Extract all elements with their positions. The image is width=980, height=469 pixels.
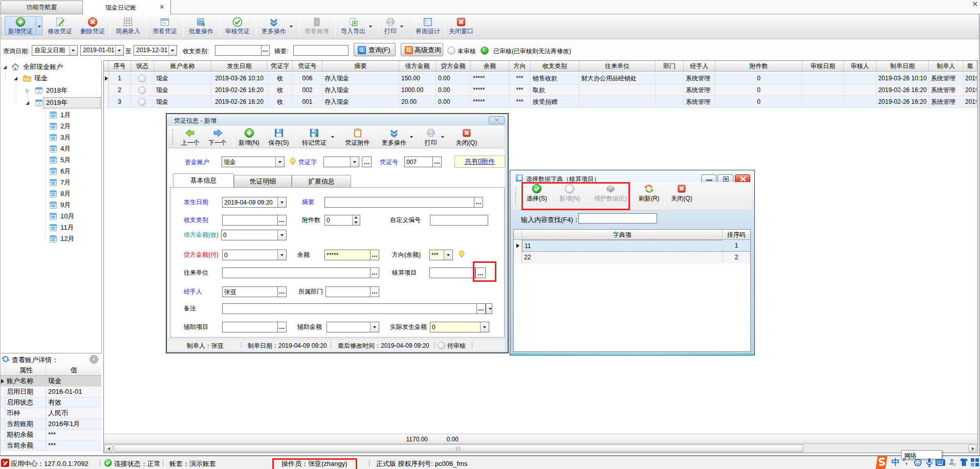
svg-text:2: 2 (953, 463, 955, 466)
svg-text:21: 21 (37, 90, 41, 94)
svg-text:21: 21 (37, 102, 41, 106)
